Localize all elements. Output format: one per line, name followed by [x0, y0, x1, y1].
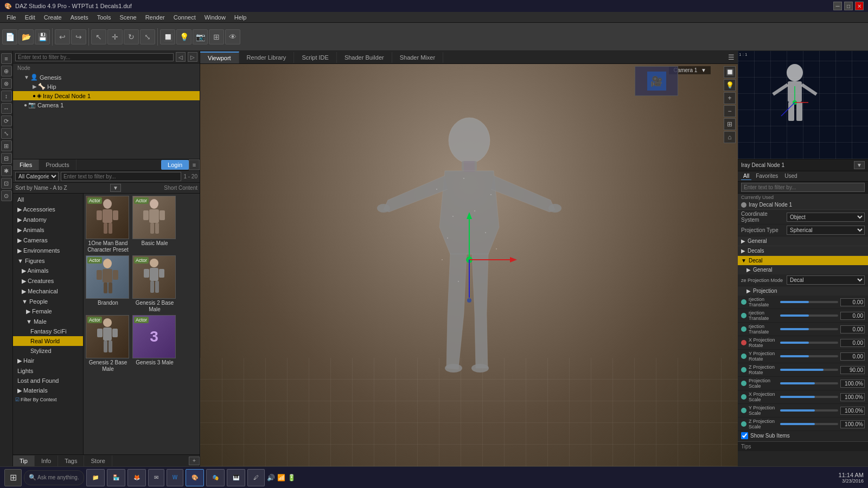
login-button[interactable]: Login: [161, 160, 189, 170]
save-button[interactable]: 💾: [35, 29, 50, 44]
scene-tool-3[interactable]: ⊗: [1, 78, 12, 89]
slider-value-0[interactable]: [840, 298, 865, 306]
asset-basic-male[interactable]: Actor Basic Male: [132, 196, 177, 253]
close-button[interactable]: ✕: [855, 2, 864, 10]
menu-tools[interactable]: Tools: [93, 13, 116, 22]
cat-figures[interactable]: ▼ Figures: [13, 256, 83, 266]
asset-one-man-band[interactable]: Actor 1One Man Band Character Preset: [86, 196, 130, 253]
tree-row-decal-node[interactable]: ● ◈ Iray Decal Node 1: [13, 91, 200, 100]
scene-tool-9[interactable]: ⊟: [1, 153, 12, 164]
vp-iray-btn[interactable]: 💡: [724, 79, 736, 91]
vp-home-btn[interactable]: ⌂: [724, 131, 736, 143]
view-button[interactable]: 👁: [225, 29, 240, 44]
new-button[interactable]: 📄: [2, 29, 17, 44]
section-decals-header[interactable]: ▶ Decals: [738, 246, 868, 255]
tray-icon-2[interactable]: 📶: [277, 474, 285, 481]
asset-gen2-male-2[interactable]: Actor Genesis 2 Base Male: [86, 315, 130, 373]
slider-track-1[interactable]: [780, 314, 838, 317]
cat-materials[interactable]: ▶ Materials: [13, 386, 83, 396]
scene-tool-1[interactable]: ≡: [1, 53, 12, 64]
scene-tool-12[interactable]: ⊙: [1, 190, 12, 201]
section-general-header[interactable]: ▶ General: [738, 236, 868, 246]
cat-real-world[interactable]: Real World: [13, 336, 83, 346]
tree-expand-decal[interactable]: ●: [33, 93, 36, 99]
taskbar-app-mail[interactable]: ✉: [148, 469, 164, 486]
asset-brandon[interactable]: Actor Brandon: [86, 255, 130, 313]
asset-thumb-1[interactable]: Actor: [86, 196, 129, 239]
scene-tool-7[interactable]: ⤡: [1, 128, 12, 139]
slider-value-xrot[interactable]: [840, 339, 865, 347]
asset-gen3-male[interactable]: 3 Actor Genesis 3 Male: [132, 315, 177, 373]
vp-tab-shader-mixer[interactable]: Shader Mixer: [392, 52, 443, 63]
scene-tool-5[interactable]: ↔: [1, 103, 12, 114]
taskbar-app-extra2[interactable]: 🎹: [227, 469, 245, 486]
sort-button[interactable]: ▼: [110, 184, 121, 192]
filter-used[interactable]: Used: [782, 172, 799, 180]
cat-people[interactable]: ▼ People: [13, 297, 83, 306]
scene-tool-2[interactable]: ⊕: [1, 66, 12, 76]
viewport-3d[interactable]: Camera 1 ▼: [200, 64, 738, 466]
taskbar-app-word[interactable]: W: [167, 469, 183, 486]
tree-expand-camera[interactable]: ●: [24, 102, 27, 108]
menu-assets[interactable]: Assets: [66, 13, 93, 22]
slider-value-1[interactable]: [840, 312, 865, 320]
cat-accessories[interactable]: ▶ Accessories: [13, 204, 83, 215]
tab-info[interactable]: Info: [35, 455, 58, 466]
asset-thumb-4[interactable]: Actor: [132, 255, 176, 299]
cat-hair[interactable]: ▶ Hair: [13, 356, 83, 366]
cat-anatomy[interactable]: ▶ Anatomy: [13, 215, 83, 225]
cat-animals-sub[interactable]: ▶ Animals: [13, 266, 83, 276]
redo-button[interactable]: ↪: [71, 29, 86, 44]
cat-lost-found[interactable]: Lost and Found: [13, 376, 83, 386]
scene-tool-11[interactable]: ⊡: [1, 178, 12, 189]
tab-tags[interactable]: Tags: [58, 455, 84, 466]
filter-favorites[interactable]: Favorites: [754, 172, 780, 180]
title-bar-controls[interactable]: ─ □ ✕: [833, 2, 864, 10]
cat-all[interactable]: All: [13, 195, 83, 204]
tree-expand-hip[interactable]: ▶: [33, 84, 37, 89]
section-decal-header[interactable]: ▼ Decal: [738, 256, 868, 265]
cat-animals[interactable]: ▶ Animals: [13, 225, 83, 235]
filter-all[interactable]: All: [741, 172, 751, 180]
menu-file[interactable]: File: [2, 13, 21, 22]
cat-environments[interactable]: ▶ Environments: [13, 246, 83, 256]
menu-create[interactable]: Create: [40, 13, 66, 22]
used-item-decal[interactable]: Iray Decal Node 1: [741, 201, 865, 208]
tab-products[interactable]: Products: [39, 159, 76, 170]
render-button[interactable]: 🔲: [160, 29, 175, 44]
slider-value-zscale[interactable]: [840, 420, 865, 428]
camera-dropdown-icon[interactable]: ▼: [701, 67, 706, 73]
vp-tab-render-library[interactable]: Render Library: [239, 52, 295, 63]
select-tool[interactable]: ↖: [91, 29, 106, 44]
slider-value-yscale[interactable]: [840, 407, 865, 415]
cat-lights[interactable]: Lights: [13, 366, 83, 376]
vp-zoom-in-btn[interactable]: +: [724, 92, 736, 104]
cat-male[interactable]: ▼ Male: [13, 317, 83, 326]
slider-track-0[interactable]: [780, 301, 838, 303]
undo-button[interactable]: ↩: [55, 29, 70, 44]
tree-row-camera[interactable]: ● 📷 Camera 1: [13, 100, 200, 110]
translate-tool[interactable]: ✛: [107, 29, 123, 44]
rotate-tool[interactable]: ↻: [124, 29, 139, 44]
cat-cameras[interactable]: ▶ Cameras: [13, 235, 83, 246]
scene-tool-4[interactable]: ↕: [1, 91, 12, 101]
open-button[interactable]: 📂: [18, 29, 34, 44]
iray-button[interactable]: 💡: [176, 29, 192, 44]
vp-frame-btn[interactable]: ⊞: [724, 118, 736, 130]
camera-button[interactable]: 📷: [193, 29, 208, 44]
start-button[interactable]: ⊞: [4, 469, 22, 486]
slider-track-zrot[interactable]: [780, 369, 838, 371]
vp-tab-shader-builder[interactable]: Shader Builder: [337, 52, 392, 63]
menu-edit[interactable]: Edit: [21, 13, 40, 22]
menu-connect[interactable]: Connect: [169, 13, 200, 22]
scene-nav-next[interactable]: ▷: [188, 52, 197, 62]
taskbar-app-extra1[interactable]: 🎭: [206, 469, 225, 486]
add-library-button[interactable]: +: [189, 457, 200, 465]
menu-window[interactable]: Window: [200, 13, 230, 22]
minimize-button[interactable]: ─: [833, 2, 842, 10]
slider-track-2[interactable]: [780, 328, 838, 330]
cat-filter-context[interactable]: ☑ Filter By Context: [13, 396, 83, 403]
slider-track-yrot[interactable]: [780, 355, 838, 357]
tab-tip[interactable]: Tip: [13, 455, 35, 466]
tree-row-genesis[interactable]: ▼ 👤 Genesis: [13, 73, 200, 82]
